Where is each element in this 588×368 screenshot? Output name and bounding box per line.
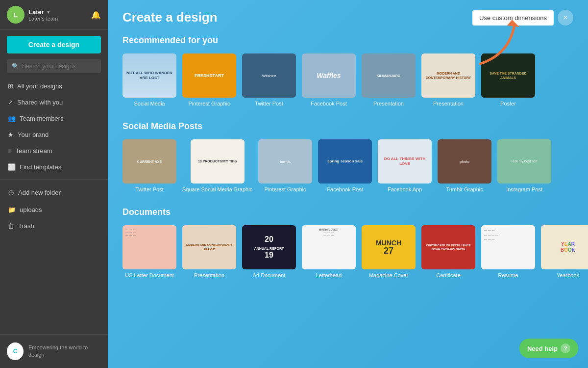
main-content: Create a design Use custom dimensions × … xyxy=(108,0,588,368)
card-label: Certificate xyxy=(436,272,461,278)
add-folder-icon: ⊕ xyxy=(8,188,14,197)
recommended-cards: NOT ALL WHO WANDER ARE LOST Social Media… xyxy=(122,53,573,106)
sidebar-item-team-stream[interactable]: ≡ Team stream xyxy=(0,143,108,159)
need-help-label: Need help xyxy=(527,345,558,352)
card-tumblr-graphic[interactable]: photo Tumblr Graphic xyxy=(438,139,491,192)
team-icon: 👥 xyxy=(8,115,16,122)
card-a4-document[interactable]: 20ANNUAL REPORT19 A4 Document xyxy=(242,225,296,278)
sidebar-item-shared[interactable]: ↗ Shared with you xyxy=(0,94,108,110)
create-design-button[interactable]: Create a design xyxy=(7,36,101,53)
trash-icon: 🗑 xyxy=(8,222,14,230)
search-input[interactable] xyxy=(22,63,96,70)
card-label: Resume xyxy=(498,272,518,278)
card-instagram-post[interactable]: look my best self Instagram Post xyxy=(497,139,551,192)
card-label: Twitter Post xyxy=(135,186,163,192)
folder-icon: 📁 xyxy=(8,206,16,213)
custom-dimensions-button[interactable]: Use custom dimensions xyxy=(472,10,554,26)
social-media-section: Social Media Posts CURRENT AXE Twitter P… xyxy=(122,121,573,192)
share-icon: ↗ xyxy=(8,99,13,106)
card-pinterest-graphic[interactable]: FRESHSTART Pinterest Graphic xyxy=(182,53,236,106)
question-mark-icon: ? xyxy=(561,343,570,353)
brand-icon: ★ xyxy=(8,131,14,138)
sidebar-item-your-brand[interactable]: ★ Your brand xyxy=(0,127,108,143)
card-label: Tumblr Graphic xyxy=(446,186,483,192)
card-magazine-cover[interactable]: MUNCH27 Magazine Cover xyxy=(362,225,416,278)
card-label: A4 Document xyxy=(253,272,286,278)
stream-icon: ≡ xyxy=(8,147,12,155)
need-help-button[interactable]: Need help ? xyxy=(519,339,578,358)
template-icon: ⬜ xyxy=(8,163,16,171)
documents-title: Documents xyxy=(122,207,573,217)
recommended-title: Recommended for you xyxy=(122,35,573,46)
social-media-title: Social Media Posts xyxy=(122,121,573,131)
card-presentation-doc[interactable]: MODERN AND CONTEMPORARY HISTORY Presenta… xyxy=(182,225,236,278)
card-social-media[interactable]: NOT ALL WHO WANDER ARE LOST Social Media xyxy=(122,53,176,106)
card-twitter-post-1[interactable]: Wilshire Twitter Post xyxy=(242,53,296,106)
sidebar-item-find-templates[interactable]: ⬜ Find templates xyxy=(0,159,108,175)
sidebar-footer: C Empowering the world to design xyxy=(0,334,108,368)
footer-tagline: Empowering the world to design xyxy=(28,344,101,359)
sidebar-item-add-folder[interactable]: ⊕ Add new folder xyxy=(0,184,108,202)
card-label: Facebook App xyxy=(388,186,422,192)
card-label: Presentation xyxy=(373,101,404,106)
grid-icon: ⊞ xyxy=(8,82,13,90)
card-label: US Letter Document xyxy=(125,272,174,278)
card-label: Twitter Post xyxy=(255,101,283,106)
card-label: Pinterest Graphic xyxy=(189,101,230,106)
card-facebook-app[interactable]: DO ALL THINGS WITH LOVE Facebook App xyxy=(378,139,432,192)
search-icon: 🔍 xyxy=(12,63,19,70)
sidebar-item-all-designs[interactable]: ⊞ All your designs xyxy=(0,78,108,94)
close-button[interactable]: × xyxy=(558,10,573,26)
card-label: Pinterest Graphic xyxy=(265,186,306,192)
social-media-cards: CURRENT AXE Twitter Post 10 PRODUCTIVITY… xyxy=(122,139,573,192)
canva-logo: C xyxy=(7,342,24,360)
user-info: Later ▼ Later's team xyxy=(28,8,87,22)
card-label: Letterhead xyxy=(316,272,342,278)
card-facebook-post-1[interactable]: Waffles Facebook Post xyxy=(302,53,356,106)
dropdown-arrow-icon[interactable]: ▼ xyxy=(46,9,51,15)
documents-cards: — — —— — —— — — US Letter Document MODER… xyxy=(122,225,573,278)
card-label: Facebook Post xyxy=(311,101,346,106)
card-label: Square Social Media Graphic xyxy=(182,186,252,192)
card-label: Presentation xyxy=(433,101,464,106)
nav-divider xyxy=(0,179,108,180)
sidebar: L Later ▼ Later's team 🔔 Create a design… xyxy=(0,0,108,368)
main-header: Create a design Use custom dimensions × xyxy=(122,10,573,26)
card-letterhead[interactable]: MARIA ELLIOT— — —— — — Letterhead xyxy=(302,225,356,278)
header-actions: Use custom dimensions × xyxy=(472,10,573,26)
card-label: Presentation xyxy=(194,272,224,278)
card-facebook-post-2[interactable]: spring season sale Facebook Post xyxy=(318,139,372,192)
card-yearbook[interactable]: YEARBOOK Yearbook xyxy=(541,225,588,278)
card-label: Poster xyxy=(500,101,516,106)
user-team: Later's team xyxy=(28,16,87,22)
card-poster[interactable]: SAVE THE STRANDED ANIMALS Poster xyxy=(481,53,535,106)
page-title: Create a design xyxy=(122,10,218,25)
card-presentation-1[interactable]: KILIMANJARO Presentation xyxy=(362,53,416,106)
card-twitter-post-2[interactable]: CURRENT AXE Twitter Post xyxy=(122,139,176,192)
recommended-section: Recommended for you NOT ALL WHO WANDER A… xyxy=(122,35,573,106)
card-certificate[interactable]: CERTIFICATE OF EXCELLENCENOAH ZACHARY SM… xyxy=(421,225,475,278)
card-pinterest-graphic-2[interactable]: hands Pinterest Graphic xyxy=(258,139,312,192)
card-label: Social Media xyxy=(134,101,165,106)
sidebar-item-trash[interactable]: 🗑 Trash xyxy=(0,218,108,234)
card-square-social[interactable]: 10 PRODUCTIVITY TIPS Square Social Media… xyxy=(182,139,252,192)
card-resume[interactable]: — — —— — — —— — — Resume xyxy=(481,225,535,278)
card-presentation-2[interactable]: MODERN AND CONTEMPORARY HISTORY Presenta… xyxy=(421,53,475,106)
documents-section: Documents — — —— — —— — — US Letter Docu… xyxy=(122,207,573,278)
card-label: Magazine Cover xyxy=(369,272,408,278)
search-box[interactable]: 🔍 xyxy=(7,59,101,73)
avatar: L xyxy=(7,6,24,24)
sidebar-item-team-members[interactable]: 👥 Team members xyxy=(0,110,108,127)
sidebar-header: L Later ▼ Later's team 🔔 xyxy=(0,0,108,30)
notification-bell-icon[interactable]: 🔔 xyxy=(91,10,101,20)
card-label: Instagram Post xyxy=(506,186,542,192)
card-label: Facebook Post xyxy=(327,186,363,192)
sidebar-item-uploads[interactable]: 📁 uploads xyxy=(0,202,108,218)
card-label: Yearbook xyxy=(557,272,579,278)
user-name: Later ▼ xyxy=(28,8,87,16)
card-us-letter[interactable]: — — —— — —— — — US Letter Document xyxy=(122,225,176,278)
